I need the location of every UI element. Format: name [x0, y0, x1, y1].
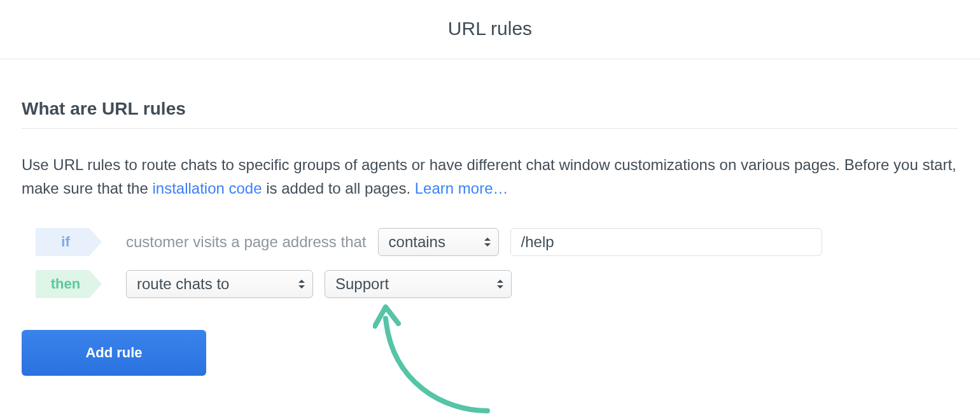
match-type-select[interactable]: contains [378, 228, 499, 256]
then-tag-label: then [51, 276, 87, 292]
rule-then-row: then route chats to Support [36, 270, 958, 298]
page-title: URL rules [0, 18, 980, 39]
rule-builder: if customer visits a page address that c… [22, 228, 958, 376]
description-part2: is added to all pages. [262, 180, 415, 197]
section-title: What are URL rules [22, 99, 958, 129]
match-value-input[interactable] [510, 228, 822, 256]
condition-text: customer visits a page address that [126, 233, 367, 251]
description-text: Use URL rules to route chats to specific… [22, 153, 958, 200]
page-header: URL rules [0, 0, 980, 59]
rule-if-row: if customer visits a page address that c… [36, 228, 958, 256]
installation-code-link[interactable]: installation code [152, 180, 262, 197]
main-content: What are URL rules Use URL rules to rout… [0, 59, 980, 376]
if-tag-label: if [61, 234, 76, 250]
then-tag: then [36, 270, 102, 298]
target-group-value: Support [335, 275, 389, 293]
target-group-select[interactable]: Support [325, 270, 512, 298]
learn-more-link[interactable]: Learn more… [415, 180, 508, 197]
match-type-value: contains [389, 233, 445, 251]
if-tag: if [36, 228, 102, 256]
action-select-value: route chats to [137, 275, 229, 293]
add-rule-button[interactable]: Add rule [22, 330, 206, 376]
action-select[interactable]: route chats to [126, 270, 313, 298]
add-rule-label: Add rule [85, 345, 142, 361]
